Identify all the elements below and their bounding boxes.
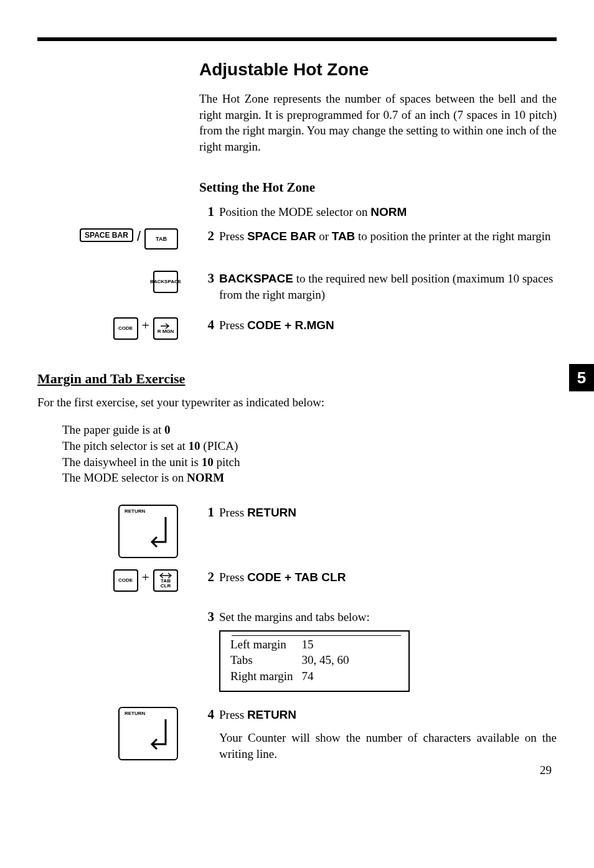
code-key-icon: CODE — [113, 317, 138, 340]
list-item: The MODE selector is on NORM — [62, 470, 557, 486]
backspace-key-icon: BACKSPACE — [153, 271, 178, 293]
step-row: 1 Position the MODE selector on NORM — [37, 204, 557, 220]
return-key-icon: RETURN — [118, 505, 178, 558]
step-text: Press CODE + R.MGN — [219, 317, 557, 334]
list-item: The paper guide is at 0 — [62, 422, 557, 438]
step-number: 3 — [199, 609, 214, 625]
step-text: Set the margins and tabs below: Left mar… — [219, 609, 557, 698]
step-text: Press SPACE BAR or TAB to position the p… — [219, 228, 557, 245]
step-number: 3 — [199, 271, 214, 286]
step-row: SPACE BAR / TAB 2 Press SPACE BAR or TAB… — [37, 228, 557, 250]
step-number: 4 — [199, 317, 214, 333]
return-arrow-icon — [144, 515, 171, 552]
tabclr-key-icon: TAB CLR — [153, 569, 178, 592]
return-arrow-icon — [144, 717, 171, 754]
step-row: RETURN 4 Press RETURN Your Counter will … — [37, 707, 557, 762]
step-row: 3 Set the margins and tabs below: Left m… — [37, 609, 557, 698]
step-text: Position the MODE selector on NORM — [219, 204, 557, 220]
step-number: 1 — [199, 505, 214, 520]
plus-separator: + — [142, 317, 149, 334]
exercise-settings-list: The paper guide is at 0 The pitch select… — [62, 422, 557, 486]
code-key-icon: CODE — [113, 569, 138, 592]
intro-paragraph: The Hot Zone represents the number of sp… — [199, 91, 557, 155]
table-row: Right margin74 — [230, 668, 357, 684]
plus-separator: + — [142, 569, 149, 586]
slash-separator: / — [137, 228, 141, 245]
exercise-intro: For the first exercise, set your typewri… — [37, 396, 557, 409]
step-text: Press RETURN Your Counter will show the … — [219, 707, 557, 762]
step-number: 1 — [199, 204, 214, 220]
table-row: Tabs30, 45, 60 — [230, 652, 357, 668]
table-row: Left margin15 — [230, 637, 357, 653]
tab-key-icon: TAB — [144, 228, 178, 250]
section-subhead: Setting the Hot Zone — [199, 180, 557, 195]
list-item: The pitch selector is set at 10 (PICA) — [62, 438, 557, 454]
list-item: The daisywheel in the unit is 10 pitch — [62, 454, 557, 470]
rmgn-key-icon: R MGN — [153, 317, 178, 340]
step-text: Press CODE + TAB CLR — [219, 569, 557, 586]
step-number: 2 — [199, 569, 214, 585]
step-row: CODE + R MGN 4 Press CODE + R.MGN — [37, 317, 557, 340]
step-row: RETURN 1 Press RETURN — [37, 505, 557, 558]
manual-page: 5 Adjustable Hot Zone The Hot Zone repre… — [0, 0, 594, 796]
page-title: Adjustable Hot Zone — [199, 60, 557, 80]
step-text: Press RETURN — [219, 505, 557, 521]
exercise-heading: Margin and Tab Exercise — [37, 371, 557, 387]
step-text: BACKSPACE to the required new bell posit… — [219, 271, 557, 302]
step-number: 4 — [199, 707, 214, 722]
step-row: CODE + TAB CLR 2 Press CODE + TAB CLR — [37, 569, 557, 592]
margin-table: Left margin15 Tabs30, 45, 60 Right margi… — [219, 630, 410, 692]
chapter-tab: 5 — [569, 364, 594, 391]
space-bar-key-icon: SPACE BAR — [80, 228, 133, 242]
step-number: 2 — [199, 228, 214, 244]
return-key-icon: RETURN — [118, 707, 178, 760]
step-row: BACKSPACE 3 BACKSPACE to the required ne… — [37, 271, 557, 302]
page-number: 29 — [540, 763, 552, 777]
top-rule — [37, 37, 557, 41]
